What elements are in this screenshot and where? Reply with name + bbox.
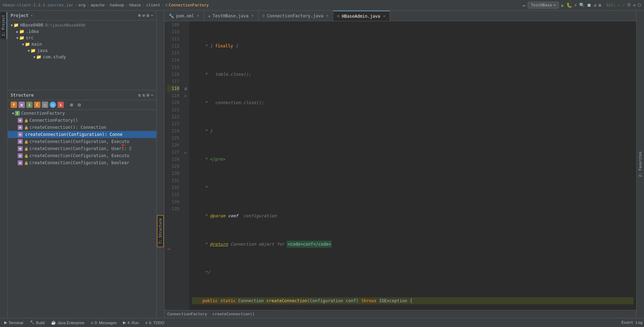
collapse-all-icon[interactable]: ⊕ [138, 13, 141, 18]
struct-filter-green[interactable]: i [26, 102, 33, 108]
tree-item-main[interactable]: ▼ 📁 main [8, 41, 156, 47]
structure-title: Structure [11, 93, 34, 98]
tab-connfactory[interactable]: © ConnectionFactory.java × [258, 11, 333, 21]
struct-settings-icon[interactable]: ⚙ [146, 92, 149, 98]
ln-135: 135 [167, 205, 179, 212]
messages-button[interactable]: ≡ 0: Messages [88, 320, 119, 326]
struct-collapse[interactable]: ⊟ [76, 102, 83, 108]
gutter-130 [182, 170, 189, 177]
structure-tab-label[interactable]: 7: Structure [157, 215, 164, 247]
struct-item-create3[interactable]: m 🔒 createConnection(Configuration, Exec… [8, 138, 156, 145]
sort-icon[interactable]: ⇅ [138, 92, 141, 98]
tab-close-conn[interactable]: × [326, 13, 329, 18]
struct-close-icon[interactable]: − [151, 92, 153, 98]
git-history[interactable]: ⏱ [627, 3, 631, 7]
undo-button[interactable]: ↺ [594, 2, 597, 8]
struct-item-create2[interactable]: m createConnection(Configuration): Conne [8, 131, 156, 138]
tab-project[interactable]: 1: Project [0, 12, 7, 39]
gutter-119[interactable]: ▷ [182, 92, 189, 99]
struct-item-create1[interactable]: m 🔒 createConnection(): Connection [8, 124, 156, 131]
ln-122: 122 [167, 113, 179, 120]
code-line-109: * } finally { [192, 42, 633, 50]
terminal-button[interactable]: ▶ Terminal [1, 320, 26, 326]
tab-hbaseadmin[interactable]: © HBaseAdmin.java × [333, 11, 390, 21]
struct-item-create4[interactable]: m 🔒 createConnection(Configuration, User… [8, 145, 156, 152]
close-panel-icon[interactable]: − [151, 13, 153, 18]
left-panel: Project ▾ ⊕ ⇄ ⚙ − ▼ 📁 HBase0400 D:\java [8, 11, 157, 318]
struct-label-create5: createConnection(Configuration, Executo [29, 153, 129, 158]
todo-button[interactable]: ≡ 6: TODO [142, 320, 167, 326]
struct-item-cf-root[interactable]: ▼ C ConnectionFactory [8, 110, 156, 117]
top-bar: hbase-client-1.3.1-sources.jar › org › a… [0, 0, 644, 11]
gutter-127[interactable]: ▷ [182, 149, 189, 156]
code-line-115: * @param conf configuration [192, 212, 633, 219]
stop-button[interactable]: ⏹ [587, 2, 592, 8]
gutter-118[interactable]: @ [182, 85, 189, 92]
gutter: @ ▷ ▷ [182, 21, 189, 310]
build-button[interactable]: 🔨 Build [27, 320, 47, 326]
struct-filter-gray[interactable]: □ [42, 102, 48, 108]
code-content[interactable]: * } finally { * table.close(); * connect… [189, 21, 636, 310]
tree-item-root[interactable]: ▼ 📁 HBase0400 D:\java\HBase0400 [8, 22, 156, 28]
tab-close-test[interactable]: × [251, 13, 254, 18]
git-push[interactable]: ⬡ [638, 3, 641, 7]
struct-filter-purple[interactable]: m [18, 102, 25, 108]
settings-button[interactable]: ⚙ [599, 2, 601, 8]
run-button-bottom[interactable]: ▶ 4: Run [120, 320, 141, 326]
tree-item-comstudy[interactable]: ▼ 📁 com.study [8, 54, 156, 60]
struct-expand[interactable]: ⊞ [68, 102, 75, 108]
java-enterprise-button[interactable]: ☕ Java Enterprise [48, 320, 87, 326]
tab-pom[interactable]: 🔧 pom.xml × [164, 11, 204, 21]
struct-label-create3: createConnection(Configuration, Executo [29, 139, 129, 144]
sort2-icon[interactable]: ⇅ [142, 92, 145, 98]
ln-114: 114 [167, 57, 179, 64]
coverage-button[interactable]: ⚡ [574, 2, 577, 8]
favorites-tab[interactable]: 2: Favorites [637, 149, 643, 180]
struct-filter-teal[interactable]: ○ [50, 102, 56, 108]
breadcrumb-connfactory[interactable]: ConnectionFactory [167, 312, 207, 316]
struct-filter-red[interactable]: λ [57, 102, 64, 108]
struct-label-cf: ConnectionFactory [21, 111, 65, 116]
project-dropdown[interactable]: ▾ [31, 13, 33, 17]
struct-item-create6[interactable]: m 🔒 createConnection(Configuration, bool… [8, 159, 156, 166]
scroll-icon[interactable]: ⇄ [142, 13, 145, 18]
gutter-123 [182, 120, 189, 127]
navigate-back[interactable]: ← [523, 2, 526, 8]
breadcrumb-createconn[interactable]: createConnection() [212, 312, 254, 316]
ln-111: 111 [167, 35, 179, 42]
run-button[interactable]: ▶ [561, 2, 564, 8]
event-log[interactable]: Event Log [621, 320, 643, 325]
run-icon-bottom: ▶ [123, 320, 126, 325]
debug-button[interactable]: 🐛 [566, 2, 572, 8]
tree-item-src[interactable]: ▼ 📁 src [8, 35, 156, 41]
struct-filter-c[interactable]: C [34, 102, 40, 108]
tab-close-pom[interactable]: × [197, 13, 200, 18]
struct-filter-orange[interactable]: f [11, 102, 17, 108]
arrow-icon: ▼ [33, 55, 35, 59]
comstudy-folder-icon: 📁 [36, 54, 41, 59]
lock-icon-7: 🔒 [24, 161, 28, 165]
struct-item-create5[interactable]: m 🔒 createConnection(Configuration, Exec… [8, 152, 156, 159]
tab-testhbase[interactable]: ☕ TestHBase.java × [204, 11, 258, 21]
struct-item-constructor[interactable]: m 🔒 ConnectionFactory() [8, 117, 156, 124]
settings-icon[interactable]: ⚙ [146, 13, 149, 18]
tab-label-hbaseadmin: HBaseAdmin.java [342, 14, 380, 19]
tab-close-admin[interactable]: × [383, 14, 386, 18]
ln-128: 128 [167, 156, 179, 163]
structure-side-tab: 7: Structure ← [157, 11, 164, 318]
tree-label-idea: .idea [26, 29, 39, 34]
gutter-115 [182, 64, 189, 71]
git-revert[interactable]: ↺ [633, 3, 635, 7]
tree-item-java[interactable]: ▼ 📁 java [8, 47, 156, 54]
ln-112: 112 [167, 42, 179, 50]
ln-118: 118 [167, 85, 179, 92]
ln-113: 113 [167, 50, 179, 57]
code-line-112: * } [192, 127, 633, 134]
tree-item-idea[interactable]: ▶ 📁 .idea [8, 28, 156, 35]
terminal-icon: ▶ [4, 320, 7, 325]
ln-117: 117 [167, 78, 179, 85]
profile-button[interactable]: 🔍 [579, 2, 585, 8]
implements-icon: @ [185, 86, 187, 91]
red-arrow-2: ← [167, 245, 171, 252]
run-config-selector[interactable]: TestHBase ▾ [528, 2, 559, 8]
